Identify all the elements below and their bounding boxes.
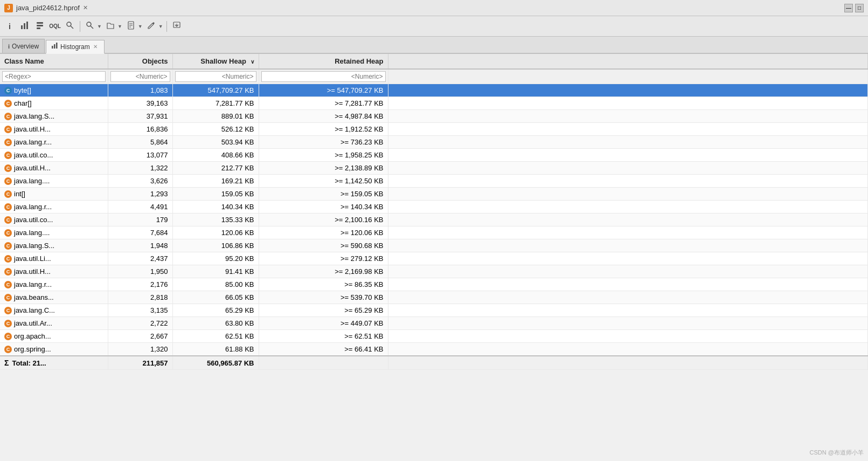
tab-histogram[interactable]: Histogram ✕ [46,40,105,54]
table-row[interactable]: C java.lang.... 3,626 169.21 KB >= 1,142… [0,175,868,188]
edit-dropdown[interactable]: ▼ [145,20,163,33]
maximize-btn[interactable]: □ [855,4,864,12]
objects-cell-18: 2,722 [108,317,172,330]
sigma-icon: Σ [4,359,9,367]
table-row[interactable]: C org.spring... 1,320 61.88 KB >= 66.41 … [0,343,868,356]
filter-objects-cell[interactable] [108,69,172,84]
report-dropdown-arrow[interactable]: ▼ [138,24,143,29]
table-row[interactable]: C java.lang.... 7,684 120.06 KB >= 120.0… [0,226,868,239]
svg-rect-0 [21,25,23,29]
edit-dropdown-arrow[interactable]: ▼ [158,24,163,29]
table-row[interactable]: C java.util.H... 1,322 212.77 KB >= 2,13… [0,162,868,175]
open-button[interactable] [104,20,117,33]
table-row[interactable]: C java.util.co... 179 135.33 KB >= 2,100… [0,214,868,226]
shallow-cell-19: 62.51 KB [172,330,259,343]
table-row[interactable]: C java.beans... 2,818 66.05 KB >= 539.70… [0,291,868,304]
table-row[interactable]: C java.lang.S... 1,948 106.86 KB >= 590.… [0,239,868,252]
col-header-objects[interactable]: Objects [108,54,172,69]
shallow-cell-0: 547,709.27 KB [172,84,259,97]
search-dropdown[interactable]: ▼ [84,20,102,33]
histogram-tab-close[interactable]: ✕ [92,44,99,50]
classname-cell-0: C byte[] [0,84,108,97]
rest-cell-2 [388,110,868,123]
filter-objects-input[interactable] [110,71,170,82]
col-header-shallow[interactable]: Shallow Heap ∨ [172,54,259,69]
total-row: Σ Total: 21... 211,857 560,965.87 KB [0,356,868,370]
rest-cell-19 [388,330,868,343]
table-row[interactable]: C char[] 39,163 7,281.77 KB >= 7,281.77 … [0,97,868,110]
classname-cell-11: C java.lang.... [0,226,108,239]
objects-cell-17: 3,135 [108,304,172,317]
export-icon [172,21,181,31]
filter-retained-cell[interactable] [259,69,388,84]
svg-rect-5 [37,27,40,29]
objects-cell-16: 2,818 [108,291,172,304]
table-row[interactable]: C java.lang.r... 5,864 503.94 KB >= 736.… [0,136,868,149]
retained-cell-0: >= 547,709.27 KB [259,84,388,97]
retained-cell-5: >= 1,958.25 KB [259,149,388,162]
table-row[interactable]: C java.lang.r... 4,491 140.34 KB >= 140.… [0,201,868,214]
rest-cell-20 [388,343,868,356]
report-button[interactable] [124,20,137,33]
shallow-cell-3: 526.12 KB [172,123,259,136]
rest-cell-18 [388,317,868,330]
minimize-btn[interactable]: — [844,4,853,12]
table-row[interactable]: C java.util.H... 1,950 91.41 KB >= 2,169… [0,265,868,278]
col-header-retained[interactable]: Retained Heap [259,54,388,69]
classname-label: java.lang.C... [14,306,55,314]
shallow-cell-18: 63.80 KB [172,317,259,330]
table-row[interactable]: C java.util.Ar... 2,722 63.80 KB >= 449.… [0,317,868,330]
search-dropdown-arrow[interactable]: ▼ [97,24,102,29]
col-header-classname[interactable]: Class Name [0,54,108,69]
class-type-icon: C [4,333,12,340]
classname-label: char[] [14,99,32,107]
inspector-button[interactable] [64,20,77,33]
table-row[interactable]: C java.util.H... 16,836 526.12 KB >= 1,9… [0,123,868,136]
table-row[interactable]: C byte[] 1,083 547,709.27 KB >= 547,709.… [0,84,868,97]
info-button[interactable]: i [3,20,16,33]
table-row[interactable]: C org.apach... 2,667 62.51 KB >= 62.51 K… [0,330,868,343]
bar-chart-button[interactable] [18,20,31,33]
retained-cell-14: >= 2,169.98 KB [259,265,388,278]
rest-cell-15 [388,278,868,291]
filter-shallow-cell[interactable] [172,69,259,84]
open-dropdown-arrow[interactable]: ▼ [117,24,122,29]
rest-cell-14 [388,265,868,278]
rest-cell-10 [388,214,868,226]
table-row[interactable]: C java.util.Li... 2,437 95.20 KB >= 279.… [0,252,868,265]
inspector-icon [66,21,74,31]
export-button[interactable] [170,20,183,33]
retained-cell-19: >= 62.51 KB [259,330,388,343]
rest-cell-16 [388,291,868,304]
search-button[interactable] [84,20,96,33]
table-row[interactable]: C java.lang.C... 3,135 65.29 KB >= 65.29… [0,304,868,317]
class-type-icon: C [4,346,12,353]
table-row[interactable]: C java.util.co... 13,077 408.66 KB >= 1,… [0,149,868,162]
edit-button[interactable] [145,20,158,33]
title-text: java_pid24612.hprof [16,4,80,12]
classname-cell-15: C java.lang.r... [0,278,108,291]
classname-label: java.util.Ar... [14,319,52,327]
filter-classname-cell[interactable] [0,69,108,84]
app-icon: J [4,4,13,12]
toolbar-sep-1 [80,21,80,32]
table-row[interactable]: C java.lang.r... 2,176 85.00 KB >= 86.35… [0,278,868,291]
report-dropdown[interactable]: ▼ [124,20,143,33]
svg-point-8 [87,22,91,26]
shallow-cell-10: 135.33 KB [172,214,259,226]
objects-cell-2: 37,931 [108,110,172,123]
table-row[interactable]: C java.lang.S... 37,931 889.01 KB >= 4,9… [0,110,868,123]
retained-cell-20: >= 66.41 KB [259,343,388,356]
open-dropdown[interactable]: ▼ [104,20,122,33]
tab-close-x[interactable]: ✕ [83,4,88,11]
filter-shallow-input[interactable] [175,71,256,82]
retained-cell-1: >= 7,281.77 KB [259,97,388,110]
filter-classname-input[interactable] [2,71,106,82]
retained-cell-10: >= 2,100.16 KB [259,214,388,226]
oql-button[interactable]: OQL [48,20,61,33]
retained-cell-3: >= 1,912.52 KB [259,123,388,136]
heap-dump-button[interactable] [33,20,46,33]
tab-overview[interactable]: i Overview [2,39,45,53]
filter-retained-input[interactable] [261,71,386,82]
table-row[interactable]: C int[] 1,293 159.05 KB >= 159.05 KB [0,188,868,201]
